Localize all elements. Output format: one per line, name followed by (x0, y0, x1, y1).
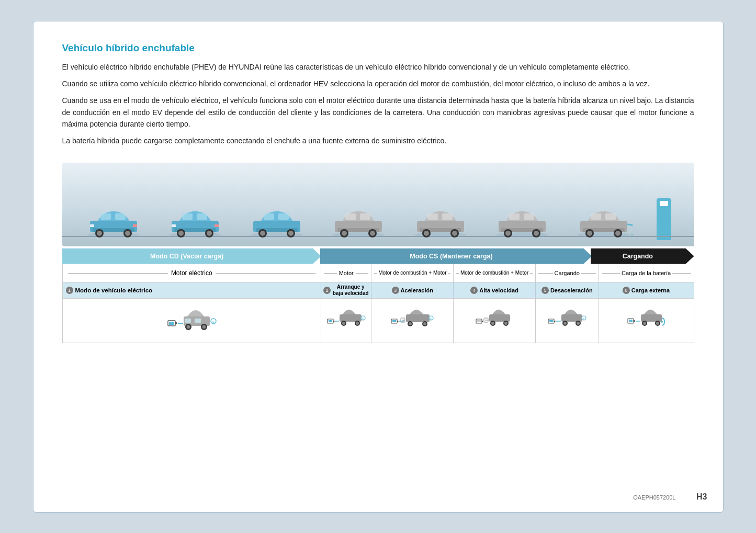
paragraph-2: Cuando se utiliza como vehículo eléctric… (62, 78, 694, 89)
car-diagram-svg-2: E (326, 306, 366, 335)
svg-rect-121 (629, 320, 633, 322)
numbered-modes-row: 1 Modo de vehículo eléctrico 2 Arranque … (62, 282, 694, 299)
svg-rect-66 (605, 213, 616, 220)
svg-rect-38 (345, 213, 356, 220)
motor-electrico-label: Motor eléctrico (168, 269, 216, 277)
svg-rect-112 (561, 314, 582, 322)
svg-point-97 (423, 322, 426, 325)
mode-text-6: Carga externa (631, 287, 670, 293)
svg-rect-69 (169, 322, 174, 325)
svg-rect-101 (482, 321, 483, 322)
paragraph-3: Cuando se usa en el modo de vehículo elé… (62, 95, 694, 130)
svg-rect-56 (509, 213, 520, 220)
mode-cs-label: Modo CS (Mantener carga) (410, 253, 492, 260)
svg-rect-80 (333, 321, 335, 322)
svg-text:E: E (212, 321, 215, 324)
svg-point-108 (504, 322, 507, 325)
svg-point-11 (169, 232, 221, 237)
svg-point-95 (409, 322, 412, 325)
svg-rect-91 (392, 320, 396, 322)
car-2 (166, 206, 224, 240)
motor-combustion-2-cell: Motor de combustión + Motor (454, 264, 536, 282)
svg-rect-39 (360, 213, 370, 220)
svg-rect-93 (406, 314, 430, 322)
cargando-cell: Cargando (536, 264, 599, 282)
svg-point-64 (615, 231, 620, 236)
svg-rect-48 (442, 213, 453, 220)
motor-labels-row: Motor eléctrico Motor Motor de combustió… (62, 264, 694, 282)
diagram-area: Modo CD (Vaciar carga) Modo CS (Mantener… (62, 163, 694, 343)
svg-rect-10 (133, 224, 137, 227)
car-6 (493, 206, 551, 240)
svg-point-55 (534, 231, 539, 236)
car-diagram-5: E (536, 299, 599, 343)
mode-num-1: 1 (66, 287, 73, 294)
mode-num-2: 2 (323, 287, 331, 294)
charging-station (657, 198, 671, 240)
svg-point-126 (656, 322, 659, 325)
svg-point-86 (356, 322, 359, 325)
svg-point-114 (563, 322, 567, 325)
mode-cd-arrow: Modo CD (Vaciar carga) (62, 248, 321, 264)
cargando-label: Cargando (553, 270, 581, 276)
svg-rect-9 (90, 224, 94, 227)
mode-cs-arrow: Modo CS (Mantener carga) (320, 248, 592, 264)
svg-rect-7 (100, 213, 111, 220)
car-diagram-svg-1: E (165, 306, 218, 335)
svg-point-84 (342, 322, 345, 325)
section-title: Vehículo híbrido enchufable (62, 42, 694, 54)
mode-text-3: Aceleración (401, 287, 433, 293)
car-diagrams-row: E E (62, 299, 694, 343)
svg-rect-90 (397, 321, 399, 322)
motor-combustion-1-cell: Motor de combustión + Motor (371, 264, 454, 282)
car-diagram-svg-4 (475, 306, 514, 335)
svg-point-22 (251, 232, 303, 237)
motor-combustion-2-label: Motor de combustión + Motor (459, 269, 530, 276)
svg-rect-75 (185, 319, 191, 323)
mode-label-1: 1 Modo de vehículo eléctrico (63, 282, 321, 298)
mode-label-3: 3 Aceleración (371, 282, 454, 298)
car-3 (248, 206, 306, 240)
car-diagram-2: E (321, 299, 371, 343)
carga-bateria-cell: Carga de la batería (599, 264, 694, 282)
svg-point-72 (187, 325, 190, 329)
svg-point-58 (578, 232, 630, 237)
svg-point-44 (424, 231, 429, 236)
svg-rect-30 (278, 213, 289, 220)
svg-rect-111 (549, 320, 553, 322)
mode-label-5: 5 Desaceleración (536, 282, 599, 298)
motor-electrico-cell: Motor eléctrico (63, 264, 321, 282)
car-diagram-6 (599, 299, 694, 343)
svg-point-124 (643, 322, 646, 325)
svg-rect-81 (329, 320, 332, 322)
svg-point-74 (202, 325, 206, 329)
mode-num-4: 4 (470, 287, 478, 294)
svg-point-31 (332, 232, 385, 237)
mode-text-4: Alta velocidad (479, 287, 518, 293)
motor-label: Motor (337, 270, 356, 276)
svg-rect-21 (215, 224, 219, 227)
svg-point-17 (207, 231, 212, 236)
svg-rect-18 (182, 213, 193, 220)
mode-num-6: 6 (623, 287, 630, 294)
svg-point-4 (97, 231, 102, 236)
svg-point-6 (125, 231, 130, 236)
mode-text-1: Modo de vehículo eléctrico (75, 287, 153, 293)
svg-point-0 (87, 232, 140, 237)
svg-rect-20 (172, 224, 176, 227)
mode-label-4: 4 Alta velocidad (454, 282, 536, 298)
svg-point-62 (587, 231, 592, 236)
page-number: H3 (696, 492, 707, 502)
svg-rect-68 (175, 322, 177, 324)
mode-num-5: 5 (541, 287, 549, 294)
svg-point-49 (496, 232, 548, 237)
svg-point-37 (370, 231, 375, 236)
motor-cell: Motor (321, 264, 371, 282)
car-diagram-4 (454, 299, 536, 343)
car-4 (330, 206, 387, 240)
svg-rect-122 (641, 314, 662, 322)
car-diagram-3: E (371, 299, 454, 343)
svg-rect-104 (489, 314, 510, 322)
svg-rect-8 (115, 213, 126, 220)
svg-point-106 (491, 322, 494, 325)
